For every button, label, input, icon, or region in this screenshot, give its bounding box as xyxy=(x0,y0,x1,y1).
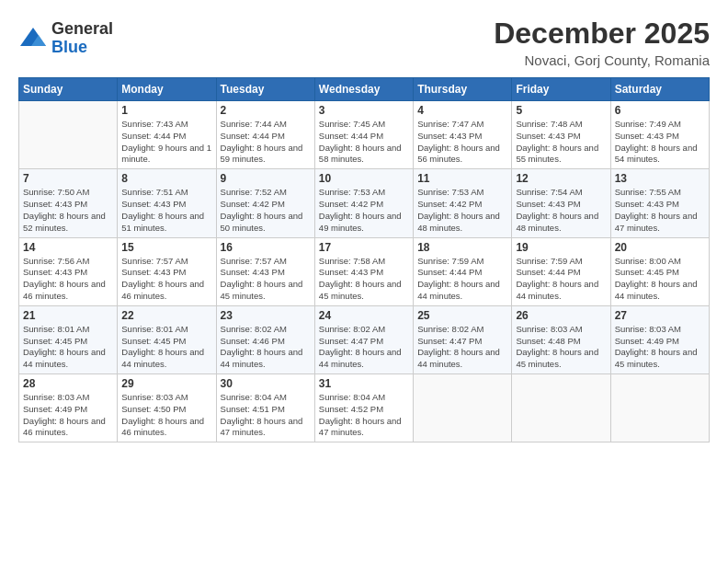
day-number: 24 xyxy=(319,309,409,322)
table-row: 4Sunrise: 7:47 AMSunset: 4:43 PMDaylight… xyxy=(414,101,512,169)
day-number: 12 xyxy=(516,172,606,185)
day-number: 3 xyxy=(319,104,409,117)
day-info: Sunrise: 7:48 AMSunset: 4:43 PMDaylight:… xyxy=(516,119,606,166)
table-row: 26Sunrise: 8:03 AMSunset: 4:48 PMDayligh… xyxy=(512,305,610,373)
calendar-week-row: 7Sunrise: 7:50 AMSunset: 4:43 PMDaylight… xyxy=(19,169,710,237)
table-row: 21Sunrise: 8:01 AMSunset: 4:45 PMDayligh… xyxy=(19,305,118,373)
table-row: 5Sunrise: 7:48 AMSunset: 4:43 PMDaylight… xyxy=(512,101,610,169)
col-friday: Friday xyxy=(512,78,610,101)
day-number: 1 xyxy=(121,104,211,117)
day-info: Sunrise: 7:45 AMSunset: 4:44 PMDaylight:… xyxy=(319,119,409,166)
day-info: Sunrise: 7:43 AMSunset: 4:44 PMDaylight:… xyxy=(121,119,211,166)
day-info: Sunrise: 7:55 AMSunset: 4:43 PMDaylight:… xyxy=(615,187,705,234)
table-row: 13Sunrise: 7:55 AMSunset: 4:43 PMDayligh… xyxy=(610,169,709,237)
day-number: 30 xyxy=(221,377,311,390)
day-number: 17 xyxy=(319,241,409,254)
table-row: 8Sunrise: 7:51 AMSunset: 4:43 PMDaylight… xyxy=(118,169,216,237)
day-number: 31 xyxy=(319,377,409,390)
table-row: 1Sunrise: 7:43 AMSunset: 4:44 PMDaylight… xyxy=(118,101,216,169)
col-sunday: Sunday xyxy=(19,78,118,101)
day-number: 7 xyxy=(23,172,113,185)
day-info: Sunrise: 7:47 AMSunset: 4:43 PMDaylight:… xyxy=(417,119,507,166)
day-info: Sunrise: 8:02 AMSunset: 4:46 PMDaylight:… xyxy=(221,324,311,371)
day-number: 22 xyxy=(121,309,211,322)
table-row: 29Sunrise: 8:03 AMSunset: 4:50 PMDayligh… xyxy=(118,374,216,442)
day-number: 23 xyxy=(221,309,311,322)
day-info: Sunrise: 7:44 AMSunset: 4:44 PMDaylight:… xyxy=(221,119,311,166)
table-row xyxy=(19,101,118,169)
table-row: 7Sunrise: 7:50 AMSunset: 4:43 PMDaylight… xyxy=(19,169,118,237)
day-info: Sunrise: 7:53 AMSunset: 4:42 PMDaylight:… xyxy=(417,187,507,234)
table-row: 25Sunrise: 8:02 AMSunset: 4:47 PMDayligh… xyxy=(414,305,512,373)
day-number: 8 xyxy=(121,172,211,185)
table-row: 30Sunrise: 8:04 AMSunset: 4:51 PMDayligh… xyxy=(216,374,314,442)
day-number: 9 xyxy=(221,172,311,185)
col-wednesday: Wednesday xyxy=(314,78,413,101)
table-row: 14Sunrise: 7:56 AMSunset: 4:43 PMDayligh… xyxy=(19,237,118,305)
table-row: 16Sunrise: 7:57 AMSunset: 4:43 PMDayligh… xyxy=(216,237,314,305)
day-number: 25 xyxy=(417,309,507,322)
day-number: 20 xyxy=(615,241,705,254)
col-monday: Monday xyxy=(118,78,216,101)
table-row: 10Sunrise: 7:53 AMSunset: 4:42 PMDayligh… xyxy=(314,169,413,237)
day-number: 19 xyxy=(516,241,606,254)
logo: General Blue xyxy=(18,20,113,57)
day-info: Sunrise: 8:02 AMSunset: 4:47 PMDaylight:… xyxy=(319,324,409,371)
calendar-table: Sunday Monday Tuesday Wednesday Thursday… xyxy=(18,77,710,442)
day-number: 14 xyxy=(23,241,113,254)
calendar-header-row: Sunday Monday Tuesday Wednesday Thursday… xyxy=(19,78,710,101)
day-info: Sunrise: 7:56 AMSunset: 4:43 PMDaylight:… xyxy=(23,256,113,303)
table-row: 12Sunrise: 7:54 AMSunset: 4:43 PMDayligh… xyxy=(512,169,610,237)
table-row: 17Sunrise: 7:58 AMSunset: 4:43 PMDayligh… xyxy=(314,237,413,305)
day-number: 16 xyxy=(221,241,311,254)
day-number: 28 xyxy=(23,377,113,390)
day-number: 6 xyxy=(615,104,705,117)
day-info: Sunrise: 7:50 AMSunset: 4:43 PMDaylight:… xyxy=(23,187,113,234)
col-tuesday: Tuesday xyxy=(216,78,314,101)
day-info: Sunrise: 7:57 AMSunset: 4:43 PMDaylight:… xyxy=(221,256,311,303)
table-row: 11Sunrise: 7:53 AMSunset: 4:42 PMDayligh… xyxy=(414,169,512,237)
table-row xyxy=(512,374,610,442)
day-info: Sunrise: 7:57 AMSunset: 4:43 PMDaylight:… xyxy=(121,256,211,303)
table-row: 28Sunrise: 8:03 AMSunset: 4:49 PMDayligh… xyxy=(19,374,118,442)
day-info: Sunrise: 8:03 AMSunset: 4:49 PMDaylight:… xyxy=(615,324,705,371)
calendar-week-row: 1Sunrise: 7:43 AMSunset: 4:44 PMDaylight… xyxy=(19,101,710,169)
col-saturday: Saturday xyxy=(610,78,709,101)
day-info: Sunrise: 8:03 AMSunset: 4:48 PMDaylight:… xyxy=(516,324,606,371)
day-number: 26 xyxy=(516,309,606,322)
table-row: 3Sunrise: 7:45 AMSunset: 4:44 PMDaylight… xyxy=(314,101,413,169)
table-row: 6Sunrise: 7:49 AMSunset: 4:43 PMDaylight… xyxy=(610,101,709,169)
day-info: Sunrise: 7:53 AMSunset: 4:42 PMDaylight:… xyxy=(319,187,409,234)
day-info: Sunrise: 8:04 AMSunset: 4:51 PMDaylight:… xyxy=(221,392,311,439)
table-row: 2Sunrise: 7:44 AMSunset: 4:44 PMDaylight… xyxy=(216,101,314,169)
day-info: Sunrise: 7:51 AMSunset: 4:43 PMDaylight:… xyxy=(121,187,211,234)
day-number: 4 xyxy=(417,104,507,117)
table-row: 24Sunrise: 8:02 AMSunset: 4:47 PMDayligh… xyxy=(314,305,413,373)
day-number: 10 xyxy=(319,172,409,185)
calendar-week-row: 28Sunrise: 8:03 AMSunset: 4:49 PMDayligh… xyxy=(19,374,710,442)
calendar-week-row: 21Sunrise: 8:01 AMSunset: 4:45 PMDayligh… xyxy=(19,305,710,373)
table-row: 31Sunrise: 8:04 AMSunset: 4:52 PMDayligh… xyxy=(314,374,413,442)
location: Novaci, Gorj County, Romania xyxy=(494,52,710,68)
day-number: 18 xyxy=(417,241,507,254)
title-block: December 2025 Novaci, Gorj County, Roman… xyxy=(494,17,710,68)
day-info: Sunrise: 7:54 AMSunset: 4:43 PMDaylight:… xyxy=(516,187,606,234)
day-info: Sunrise: 8:02 AMSunset: 4:47 PMDaylight:… xyxy=(417,324,507,371)
day-number: 29 xyxy=(121,377,211,390)
day-number: 21 xyxy=(23,309,113,322)
day-number: 13 xyxy=(615,172,705,185)
calendar-page: General Blue December 2025 Novaci, Gorj … xyxy=(0,0,728,563)
day-number: 2 xyxy=(221,104,311,117)
day-info: Sunrise: 8:01 AMSunset: 4:45 PMDaylight:… xyxy=(121,324,211,371)
day-number: 11 xyxy=(417,172,507,185)
day-info: Sunrise: 7:58 AMSunset: 4:43 PMDaylight:… xyxy=(319,256,409,303)
table-row: 27Sunrise: 8:03 AMSunset: 4:49 PMDayligh… xyxy=(610,305,709,373)
day-number: 15 xyxy=(121,241,211,254)
day-info: Sunrise: 7:49 AMSunset: 4:43 PMDaylight:… xyxy=(615,119,705,166)
day-info: Sunrise: 8:04 AMSunset: 4:52 PMDaylight:… xyxy=(319,392,409,439)
day-number: 5 xyxy=(516,104,606,117)
table-row xyxy=(414,374,512,442)
day-info: Sunrise: 8:00 AMSunset: 4:45 PMDaylight:… xyxy=(615,256,705,303)
table-row: 22Sunrise: 8:01 AMSunset: 4:45 PMDayligh… xyxy=(118,305,216,373)
day-info: Sunrise: 7:59 AMSunset: 4:44 PMDaylight:… xyxy=(417,256,507,303)
